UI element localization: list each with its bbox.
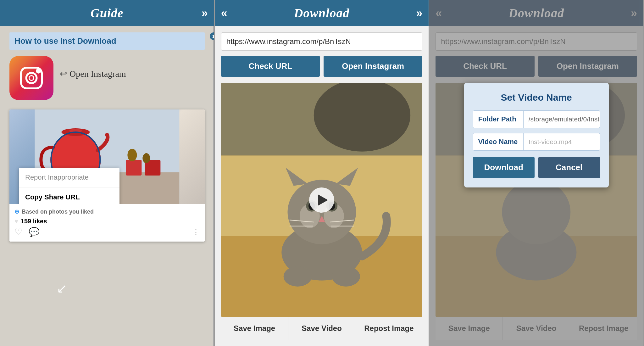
arrow-curve-icon: ↩: [60, 69, 67, 79]
guide-header: Guide »: [0, 0, 214, 26]
context-menu-popup: Report Inappropriate Copy Share URL: [19, 168, 119, 204]
svg-point-35: [283, 266, 312, 287]
guide-body: How to use Inst Download ↩ Open Instagra…: [0, 26, 214, 346]
dialog-cancel-button[interactable]: Cancel: [538, 157, 600, 178]
more-options-icon[interactable]: ⋮: [192, 228, 200, 237]
comment-action-icon[interactable]: 💬: [29, 227, 40, 237]
globe-icon: ⊕: [14, 208, 19, 215]
download-header-active: « Download »: [215, 0, 429, 26]
svg-rect-11: [126, 160, 142, 176]
instagram-icon[interactable]: [9, 56, 53, 100]
post-actions: ♡ 💬 ⋮: [14, 227, 200, 237]
check-url-button[interactable]: Check URL: [221, 56, 320, 77]
like-action-icon[interactable]: ♡: [14, 227, 22, 237]
download-panel-dialog: « Download » Check URL Open Instagram Sa: [429, 0, 644, 346]
download-header-dialog: « Download »: [429, 0, 643, 26]
play-triangle-icon: [318, 194, 328, 206]
download-dialog-nav-left[interactable]: «: [436, 7, 442, 20]
post-based-text: Based on photos you liked: [22, 209, 94, 215]
folder-path-label: Folder Path: [473, 111, 524, 128]
guide-content: ↩ Open Instagram: [9, 56, 205, 100]
svg-point-13: [127, 149, 137, 161]
guide-nav-right[interactable]: »: [202, 7, 208, 20]
download-panel-active: « Download » Check URL Open Instagram: [215, 0, 430, 346]
post-likes: ⊕ Based on photos you liked: [14, 208, 200, 215]
download-body-active: Check URL Open Instagram: [215, 26, 429, 346]
folder-path-field: Folder Path /storage/emulated/0/InstaDo: [473, 110, 600, 128]
download-title-dialog: Download: [508, 6, 564, 20]
heart-icon: ♥: [14, 218, 18, 225]
context-menu-report[interactable]: Report Inappropriate: [19, 168, 119, 187]
post-image-area: Report Inappropriate Copy Share URL: [9, 109, 205, 204]
dialog-buttons: Download Cancel: [473, 157, 600, 178]
open-instagram-button[interactable]: Open Instagram: [324, 56, 422, 77]
save-video-button[interactable]: Save Video: [288, 317, 356, 340]
bottom-actions: Save Image Save Video Repost Image: [221, 317, 423, 340]
svg-point-2: [29, 76, 34, 81]
save-image-button[interactable]: Save Image: [221, 317, 288, 340]
open-instagram-label: ↩ Open Instagram: [60, 69, 126, 79]
repost-image-button[interactable]: Repost Image: [355, 317, 422, 340]
context-menu-copy[interactable]: Copy Share URL: [19, 187, 119, 204]
likes-count: 159 likes: [21, 218, 47, 225]
folder-path-value[interactable]: /storage/emulated/0/InstaDo: [524, 111, 600, 127]
scroll-divider: 1: [213, 26, 214, 346]
url-input[interactable]: [221, 32, 423, 51]
video-name-value[interactable]: Inst-video.mp4: [524, 134, 600, 150]
dialog-download-button[interactable]: Download: [473, 157, 535, 178]
video-name-label: Video Name: [473, 133, 524, 150]
guide-panel: Guide » How to use Inst Download ↩ Op: [0, 0, 215, 346]
dialog-title: Set Video Name: [473, 92, 600, 103]
scroll-indicator: 1: [210, 32, 215, 40]
download-body-dialog: Check URL Open Instagram Save Image Save…: [429, 26, 643, 346]
instagram-post-mockup: Report Inappropriate Copy Share URL ⊕ Ba…: [9, 109, 205, 242]
annotation-arrow: ↙: [57, 281, 67, 296]
dialog-overlay: Set Video Name Folder Path /storage/emul…: [429, 26, 643, 346]
download-title-active: Download: [294, 6, 350, 20]
action-buttons: Check URL Open Instagram: [221, 56, 423, 77]
download-nav-left[interactable]: «: [221, 7, 227, 20]
video-name-field: Video Name Inst-video.mp4: [473, 133, 600, 151]
download-nav-right[interactable]: »: [416, 7, 422, 20]
how-to-title: How to use Inst Download: [9, 32, 205, 50]
play-button[interactable]: [309, 187, 334, 213]
instagram-logo-svg: [17, 64, 46, 92]
set-video-name-dialog: Set Video Name Folder Path /storage/emul…: [464, 83, 609, 187]
svg-point-14: [142, 153, 150, 163]
guide-title: Guide: [91, 6, 124, 20]
video-container: [221, 83, 423, 317]
svg-point-3: [37, 70, 40, 72]
svg-point-1: [26, 73, 37, 83]
svg-point-36: [332, 266, 360, 287]
download-dialog-nav-right[interactable]: »: [631, 7, 637, 20]
post-footer: ⊕ Based on photos you liked ♥ 159 likes …: [9, 204, 205, 242]
